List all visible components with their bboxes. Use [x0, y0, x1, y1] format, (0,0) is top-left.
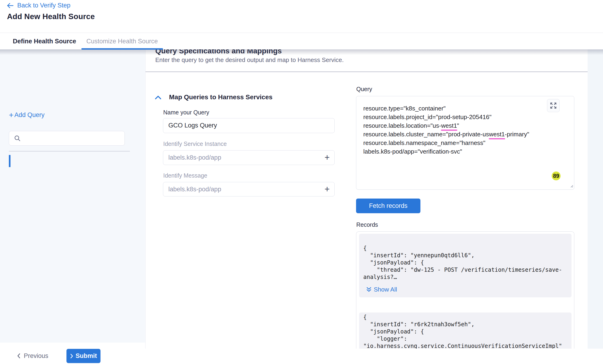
query-name-field: [163, 118, 335, 133]
identify-message-field: +: [163, 182, 335, 196]
query-search-input[interactable]: [23, 132, 121, 144]
add-service-instance-icon[interactable]: +: [325, 152, 330, 162]
query-text: resource.type="k8s_container"resource.la…: [363, 104, 529, 156]
expand-query-button[interactable]: [547, 99, 560, 112]
chevron-left-icon: [16, 353, 21, 359]
service-instance-field: +: [163, 150, 335, 165]
query-list: GCO Logs Query: [0, 155, 145, 167]
plus-icon: +: [9, 112, 13, 118]
records-container: { "insertId": "yennepun0qtd6ll6", "jsonP…: [356, 231, 574, 349]
back-to-verify-link[interactable]: Back to Verify Step: [7, 2, 70, 9]
query-line: labels.k8s-pod/app="verification-svc": [363, 147, 529, 156]
char-count-badge: 89: [552, 171, 561, 180]
tab-customize-health-source[interactable]: Customize Health Source: [81, 33, 163, 50]
spellcheck-underlined-word: west1: [489, 131, 505, 138]
search-icon: [14, 135, 21, 142]
top-header: Back to Verify Step Add New Health Sourc…: [0, 0, 603, 33]
query-line: resource.labels.location="us-west1": [363, 121, 529, 130]
submit-label: Submit: [76, 352, 97, 360]
spellcheck-underlined-word: west1: [441, 122, 457, 129]
service-instance-label: Identify Service Instance: [163, 140, 227, 147]
fetch-records-button[interactable]: Fetch records: [356, 199, 420, 213]
resize-grip-icon: [569, 184, 573, 188]
main-panel: Query Specifications and Mappings Enter …: [145, 49, 588, 349]
add-message-icon[interactable]: +: [325, 184, 330, 194]
records-label: Records: [356, 221, 378, 228]
chevron-right-icon: [70, 353, 74, 359]
query-line: resource.labels.namespace_name="harness": [363, 139, 529, 147]
previous-label: Previous: [24, 352, 48, 360]
service-instance-input[interactable]: [168, 151, 318, 164]
show-all-label: Show All: [374, 286, 397, 293]
chevron-up-icon: [155, 95, 161, 100]
query-editor[interactable]: resource.type="k8s_container"resource.la…: [356, 96, 574, 190]
double-chevron-down-icon: [366, 287, 372, 293]
submit-button[interactable]: Submit: [67, 349, 101, 363]
section-divider: [146, 71, 588, 72]
resize-handle[interactable]: [569, 184, 573, 189]
selected-indicator: [9, 155, 11, 167]
footer-bar: Previous Submit: [0, 349, 603, 364]
record-json-text: { "insertId": "r6rk2tnah3owf5eh", "jsonP…: [363, 314, 562, 349]
record-json-text: { "insertId": "yennepun0qtd6ll6", "jsonP…: [363, 245, 562, 281]
query-list-item[interactable]: GCO Logs Query: [0, 155, 145, 167]
record-card: { "insertId": "r6rk2tnah3owf5eh", "jsonP…: [359, 312, 571, 349]
query-line: resource.labels.project_id="prod-setup-2…: [363, 113, 529, 121]
identify-message-input[interactable]: [168, 183, 318, 195]
add-query-label: Add Query: [14, 111, 45, 119]
page-background-strip: [588, 49, 603, 349]
section-subheading: Enter the query to get the desired outpu…: [155, 57, 344, 64]
query-search-box: [9, 131, 125, 146]
name-query-label: Name your Query: [163, 109, 209, 116]
query-label: Query: [356, 86, 372, 92]
expand-icon: [549, 102, 557, 110]
query-line: resource.type="k8s_container": [363, 104, 529, 113]
page-title: Add New Health Source: [7, 12, 95, 21]
add-query-button[interactable]: + Add Query: [9, 111, 45, 119]
collapse-section-button[interactable]: [155, 95, 161, 101]
back-link-label: Back to Verify Step: [17, 2, 70, 9]
sidebar-divider: [9, 151, 130, 151]
tab-bar: Define Health SourceCustomize Health Sou…: [0, 33, 603, 49]
query-line: resource.labels.cluster_name="prod-priva…: [363, 130, 529, 139]
record-card: { "insertId": "yennepun0qtd6ll6", "jsonP…: [359, 234, 571, 297]
query-name-input[interactable]: [168, 119, 318, 131]
section-heading: Query Specifications and Mappings: [155, 49, 282, 55]
show-all-link[interactable]: Show All: [366, 286, 397, 293]
map-queries-title: Map Queries to Harness Services: [169, 93, 273, 101]
arrow-left-icon: [7, 2, 13, 9]
previous-button[interactable]: Previous: [16, 349, 48, 363]
identify-message-label: Identify Message: [163, 172, 207, 179]
tab-define-health-source[interactable]: Define Health Source: [8, 33, 81, 50]
query-sidebar: + Add Query GCO Logs Query: [0, 49, 145, 342]
add-health-source-page: + Add Query GCO Logs Query Query Specifi…: [0, 0, 603, 364]
